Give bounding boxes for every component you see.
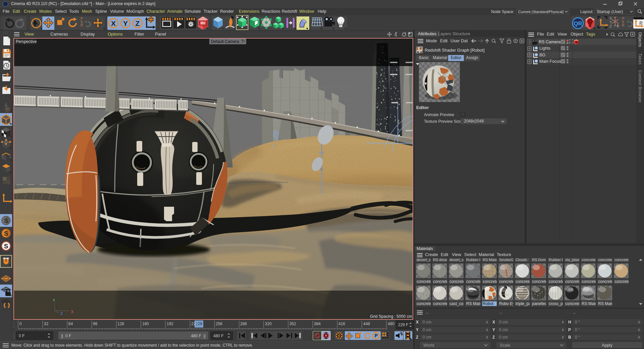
svg-text:desert_s: desert_s xyxy=(417,258,431,262)
svg-text:desert_s: desert_s xyxy=(449,258,464,262)
svg-text:Apply: Apply xyxy=(602,343,612,348)
svg-text:Y: Y xyxy=(492,328,495,332)
svg-text:Z: Z xyxy=(416,335,418,340)
svg-text:X: X xyxy=(609,16,612,20)
svg-text:S: S xyxy=(4,243,8,250)
svg-text:Scale: Scale xyxy=(500,343,510,348)
svg-text:concrete: concrete xyxy=(549,279,564,284)
svg-text:416: 416 xyxy=(338,321,345,326)
svg-text:RS Mate: RS Mate xyxy=(466,301,482,306)
svg-text:0 cm: 0 cm xyxy=(499,328,508,332)
svg-text:RV: RV xyxy=(201,21,205,25)
svg-text:Z: Z xyxy=(136,19,140,27)
svg-text:Perspective: Perspective xyxy=(16,39,37,44)
svg-text:concrete: concrete xyxy=(417,279,432,284)
svg-text:352: 352 xyxy=(289,321,296,326)
svg-text:Robot: Robot xyxy=(483,301,494,306)
svg-text:Clouds: Clouds xyxy=(516,258,527,262)
svg-text:32: 32 xyxy=(44,321,49,326)
svg-text:RS deser: RS deser xyxy=(433,258,448,262)
svg-text:concrete: concrete xyxy=(433,279,448,284)
svg-text:concrete: concrete xyxy=(532,279,547,284)
svg-text:panelled: panelled xyxy=(532,301,547,306)
svg-text:concrete: concrete xyxy=(598,279,613,284)
svg-text:R: R xyxy=(80,23,83,27)
svg-text:0 cm: 0 cm xyxy=(423,320,431,325)
svg-text:Grid Spacing : 5000 cm: Grid Spacing : 5000 cm xyxy=(370,314,412,319)
svg-text:--: -- xyxy=(499,311,502,315)
svg-text:0: 0 xyxy=(19,321,22,326)
svg-text:concrete: concrete xyxy=(499,279,515,284)
svg-text:Z: Z xyxy=(492,335,495,340)
svg-text:P: P xyxy=(375,333,378,338)
svg-text:World: World xyxy=(423,343,434,348)
svg-text:concrete: concrete xyxy=(582,279,597,284)
svg-text:Z: Z xyxy=(60,311,63,315)
svg-text:H: H xyxy=(568,320,571,325)
svg-text:X: X xyxy=(71,310,74,314)
svg-text:concrete: concrete xyxy=(449,279,465,284)
svg-text:Z: Z xyxy=(609,24,612,28)
svg-text:S: S xyxy=(4,217,8,224)
svg-text:concrete: concrete xyxy=(483,279,498,284)
svg-text:64: 64 xyxy=(68,321,73,326)
svg-text:0 cm: 0 cm xyxy=(499,320,508,325)
svg-text:concrete: concrete xyxy=(598,258,612,262)
svg-text:229: 229 xyxy=(196,321,202,326)
svg-text:X: X xyxy=(111,19,116,27)
svg-text:0 cm: 0 cm xyxy=(423,328,431,332)
svg-text:concrete: concrete xyxy=(433,301,448,306)
svg-text:96: 96 xyxy=(93,321,98,326)
svg-text:Y: Y xyxy=(123,19,128,27)
svg-text:128: 128 xyxy=(117,321,124,326)
svg-text:sla_plast: sla_plast xyxy=(565,258,580,262)
svg-text:RS Dom: RS Dom xyxy=(532,258,546,262)
svg-text:B: B xyxy=(568,335,571,340)
svg-text:RS Mate: RS Mate xyxy=(598,301,614,306)
svg-text:Y: Y xyxy=(609,20,612,24)
svg-text:0 °: 0 ° xyxy=(575,320,580,325)
svg-text:0 °: 0 ° xyxy=(575,328,580,332)
svg-text:Rubber F: Rubber F xyxy=(466,258,482,262)
svg-text:QR: QR xyxy=(574,20,582,27)
svg-text:concrete: concrete xyxy=(565,279,581,284)
svg-text:229 F: 229 F xyxy=(398,322,409,327)
svg-text:concrete: concrete xyxy=(614,258,629,262)
svg-text:480: 480 xyxy=(388,321,394,326)
svg-text:concrete: concrete xyxy=(614,279,630,284)
svg-text:R: R xyxy=(622,23,625,27)
svg-text:concrete: concrete xyxy=(417,301,432,306)
svg-text:0 cm: 0 cm xyxy=(499,335,508,340)
svg-text:RS Mate: RS Mate xyxy=(582,301,597,306)
svg-text:0 F: 0 F xyxy=(19,334,24,338)
svg-text:288: 288 xyxy=(240,321,247,326)
svg-text:RS Mate: RS Mate xyxy=(483,258,497,262)
svg-text:320: 320 xyxy=(265,321,272,326)
svg-text:--: -- xyxy=(573,311,576,315)
svg-text:--: -- xyxy=(426,311,429,315)
svg-text:192: 192 xyxy=(167,321,173,326)
svg-text:S: S xyxy=(4,230,8,237)
svg-text:SmokeG: SmokeG xyxy=(499,258,514,262)
svg-text:X: X xyxy=(416,320,419,325)
svg-text:256: 256 xyxy=(216,321,222,326)
svg-text:Rubber F: Rubber F xyxy=(549,258,564,262)
svg-text:P: P xyxy=(568,328,571,332)
svg-text:480 F ||: 480 F || xyxy=(191,334,206,338)
svg-text:|| 0 F: || 0 F xyxy=(61,334,71,338)
svg-text:concrete: concrete xyxy=(516,279,531,284)
svg-text:Default Camera: Default Camera xyxy=(211,39,239,44)
svg-text:160: 160 xyxy=(142,321,149,326)
svg-text:384: 384 xyxy=(314,321,321,326)
svg-text:triple_pa: triple_pa xyxy=(516,301,531,306)
svg-text:concrete: concrete xyxy=(582,258,596,262)
svg-text:cross_pa: cross_pa xyxy=(549,301,565,306)
svg-text:0 cm: 0 cm xyxy=(423,335,431,340)
svg-text:Y: Y xyxy=(416,328,419,332)
svg-text:concrete: concrete xyxy=(466,279,482,284)
svg-text:448: 448 xyxy=(363,321,370,326)
svg-text:X: X xyxy=(492,320,495,325)
svg-text:cast_con: cast_con xyxy=(449,301,466,306)
svg-text:concrete: concrete xyxy=(565,301,581,306)
svg-text:Y: Y xyxy=(53,298,55,302)
